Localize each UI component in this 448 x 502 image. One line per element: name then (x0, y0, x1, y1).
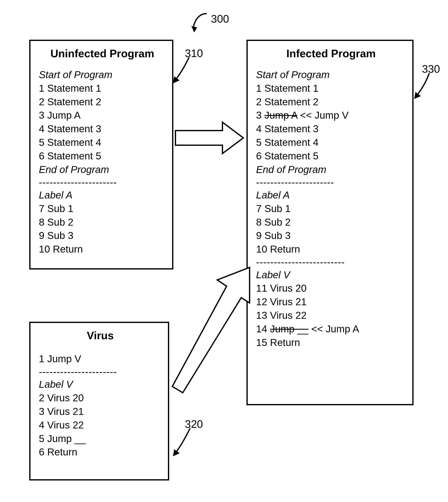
infected-program-box: Infected Program Start of Program 1 Stat… (246, 40, 414, 405)
virus-box: Virus 1 Jump V ---------------------- La… (29, 322, 169, 481)
infected-l6: 6 Statement 5 (256, 149, 406, 163)
infected-l3-strike: Jump A (264, 110, 297, 121)
figure-number-arrow (184, 12, 213, 36)
virus-l1: 1 Jump V (39, 352, 162, 366)
uninfected-start: Start of Program (39, 68, 166, 82)
infected-labelV: Label V (256, 268, 406, 282)
infected-l2: 2 Statement 2 (256, 95, 406, 109)
ref-330-arrow (408, 71, 433, 104)
uninfected-l7: 7 Sub 1 (39, 202, 166, 216)
infected-l10: 10 Return (256, 243, 406, 256)
infected-title: Infected Program (256, 47, 406, 60)
infected-l14-num: 14 (256, 324, 270, 334)
virus-l3: 3 Virus 21 (39, 405, 162, 419)
uninfected-l6: 6 Statement 5 (39, 149, 166, 163)
virus-l4: 4 Virus 22 (39, 419, 162, 432)
infected-sep: ---------------------- (256, 176, 406, 188)
virus-labelV: Label V (39, 378, 162, 391)
virus-l6: 6 Return (39, 445, 162, 459)
infected-l14: 14 Jump __ << Jump A (256, 322, 406, 336)
infected-l5: 5 Statement 4 (256, 136, 406, 149)
ref-310-arrow (165, 55, 192, 89)
infected-l3: 3 Jump A << Jump V (256, 109, 406, 122)
uninfected-l8: 8 Sub 2 (39, 216, 166, 229)
virus-l5: 5 Jump __ (39, 432, 162, 446)
arrow-virus-to-infected (170, 261, 258, 395)
uninfected-l3: 3 Jump A (39, 109, 166, 122)
infected-l15: 15 Return (256, 336, 406, 350)
uninfected-program-box: Uninfected Program Start of Program 1 St… (29, 40, 173, 270)
uninfected-end: End of Program (39, 163, 166, 177)
infected-l3-repl: << Jump V (297, 110, 348, 121)
uninfected-l10: 10 Return (39, 243, 166, 256)
uninfected-l4: 4 Statement 3 (39, 122, 166, 136)
infected-end: End of Program (256, 163, 406, 177)
uninfected-sep: ---------------------- (39, 176, 166, 188)
infected-l14-strike: Jump __ (270, 324, 308, 334)
arrow-uninfected-to-infected (174, 119, 245, 157)
infected-l1: 1 Statement 1 (256, 82, 406, 95)
infected-l4: 4 Statement 3 (256, 122, 406, 136)
uninfected-labelA: Label A (39, 188, 166, 202)
svg-marker-3 (173, 449, 180, 456)
infected-l8: 8 Sub 2 (256, 216, 406, 229)
infected-l11: 11 Virus 20 (256, 282, 406, 295)
uninfected-title: Uninfected Program (39, 47, 166, 60)
uninfected-l2: 2 Statement 2 (39, 95, 166, 109)
uninfected-l1: 1 Statement 1 (39, 82, 166, 95)
svg-marker-0 (191, 26, 197, 32)
svg-marker-1 (173, 76, 180, 83)
svg-marker-5 (172, 267, 250, 393)
infected-l9: 9 Sub 3 (256, 229, 406, 243)
virus-sep: ---------------------- (39, 366, 162, 378)
infected-sep2: ------------------------- (256, 256, 406, 268)
infected-l14-repl: << Jump A (308, 324, 359, 334)
infected-l7: 7 Sub 1 (256, 202, 406, 216)
infected-start: Start of Program (256, 68, 406, 82)
ref-320-arrow (165, 426, 194, 462)
virus-title: Virus (39, 329, 162, 342)
infected-l3-num: 3 (256, 110, 264, 121)
infected-l12: 12 Virus 21 (256, 295, 406, 309)
svg-marker-4 (176, 122, 243, 154)
virus-l2: 2 Virus 20 (39, 391, 162, 405)
infected-labelA: Label A (256, 188, 406, 202)
figure-number: 300 (211, 13, 229, 25)
uninfected-l5: 5 Statement 4 (39, 136, 166, 149)
svg-marker-2 (414, 92, 421, 99)
uninfected-l9: 9 Sub 3 (39, 229, 166, 243)
infected-l13: 13 Virus 22 (256, 309, 406, 322)
